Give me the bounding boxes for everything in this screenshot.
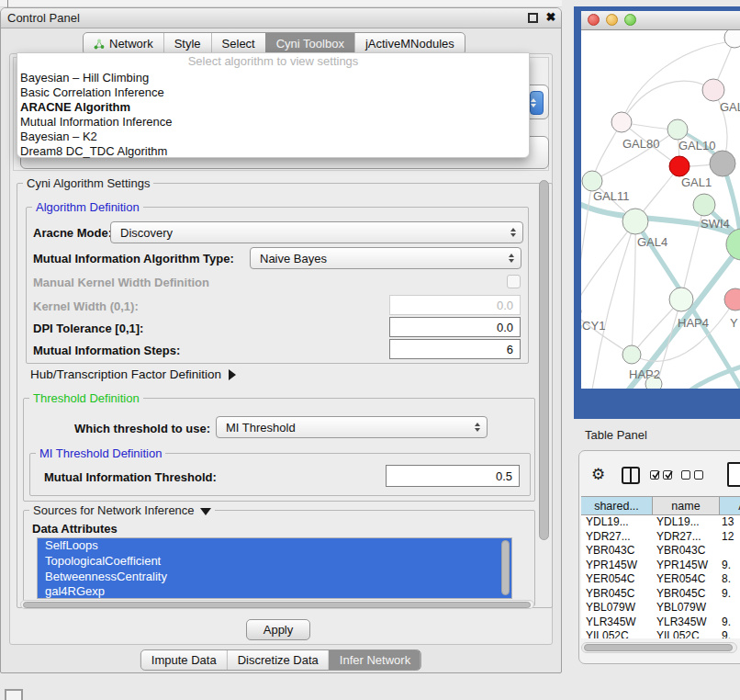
- tab-style[interactable]: Style: [163, 33, 211, 54]
- table-cell: 9.: [720, 629, 740, 638]
- zoom-window-icon[interactable]: [624, 14, 636, 26]
- network-node[interactable]: [622, 209, 648, 234]
- node-label: GCY1: [581, 319, 605, 333]
- tab-network[interactable]: Network: [84, 33, 163, 54]
- table-hscroll-thumb[interactable]: [584, 644, 733, 651]
- network-node[interactable]: [724, 288, 740, 310]
- network-node[interactable]: [667, 119, 688, 140]
- column-header[interactable]: shared...: [581, 497, 653, 514]
- table-row[interactable]: YLR345WYLR345W9.: [581, 615, 740, 630]
- sources-title-text: Sources for Network Inference: [33, 503, 195, 517]
- restore-panel-icon[interactable]: [5, 689, 23, 700]
- node-label: GAL1: [681, 175, 712, 189]
- algorithm-option[interactable]: Basic Correlation Inference: [17, 85, 529, 100]
- settings-hscroll-thumb[interactable]: [23, 602, 531, 608]
- table-row[interactable]: YPR145WYPR145W9.: [581, 559, 740, 573]
- network-node[interactable]: [582, 171, 602, 191]
- table-cell: YBR045C: [581, 587, 653, 602]
- tab-infer-network[interactable]: Infer Network: [329, 650, 420, 670]
- algorithm-option[interactable]: Mutual Information Inference: [17, 115, 529, 130]
- control-panel-title: Control Panel: [7, 11, 80, 25]
- minimize-window-icon[interactable]: [606, 14, 618, 26]
- table-cell: YBR043C: [581, 544, 653, 559]
- table-cell: YDL19...: [653, 515, 720, 530]
- apply-button[interactable]: Apply: [246, 619, 310, 640]
- attribute-item[interactable]: gal4RGexp: [38, 584, 511, 599]
- table-row[interactable]: YDR27...YDR27...12: [581, 530, 740, 545]
- tab-discretize-data[interactable]: Discretize Data: [227, 650, 329, 670]
- table-cell: [720, 601, 740, 615]
- table-row[interactable]: YDL19...YDL19...13: [581, 515, 740, 530]
- hub-definition-expander[interactable]: Hub/Transcription Factor Definition: [30, 367, 236, 381]
- collapse-arrow-icon: [200, 508, 211, 515]
- table-row[interactable]: YIL052CYIL052C9.: [581, 629, 740, 638]
- column-header[interactable]: A: [720, 497, 740, 514]
- tab-label: Network: [109, 37, 153, 51]
- table-cell: YBR043C: [653, 544, 720, 559]
- network-node[interactable]: [622, 345, 641, 364]
- control-panel-titlebar: [1, 8, 561, 28]
- kernel-width-label: Kernel Width (0,1):: [33, 299, 139, 313]
- attribute-item[interactable]: SelfLoops: [38, 538, 511, 554]
- mi-type-select[interactable]: Naive Bayes: [250, 247, 521, 269]
- attributes-vertical-scrollbar[interactable]: [501, 540, 510, 595]
- which-threshold-label: Which threshold to use:: [74, 422, 210, 435]
- algorithm-definition-title: Algorithm Definition: [32, 200, 143, 214]
- tab-label: Impute Data: [151, 653, 217, 667]
- column-layout-icon[interactable]: [622, 467, 640, 484]
- settings-vertical-scrollbar[interactable]: [539, 180, 549, 540]
- network-node[interactable]: [611, 112, 632, 132]
- network-node[interactable]: [669, 156, 690, 176]
- aracne-mode-value: Discovery: [120, 226, 173, 240]
- algorithm-option[interactable]: Bayesian – Hill Climbing: [17, 71, 529, 85]
- network-node[interactable]: [710, 151, 735, 176]
- algorithm-option[interactable]: Bayesian – K2: [17, 130, 529, 144]
- table-cell: 9.: [720, 615, 740, 630]
- column-header[interactable]: name: [653, 497, 720, 514]
- checked-checkbox-icon[interactable]: [650, 470, 659, 480]
- network-node[interactable]: [724, 30, 740, 48]
- unchecked-checkbox-icon[interactable]: [681, 470, 690, 480]
- table-cell: 13: [720, 515, 740, 530]
- node-label: Y: [730, 316, 738, 330]
- unchecked-checkbox-icon[interactable]: [694, 470, 703, 480]
- kernel-width-field: [389, 295, 521, 315]
- close-window-icon[interactable]: [588, 14, 600, 26]
- attribute-item[interactable]: TopologicalCoefficient: [38, 554, 511, 570]
- manual-kernel-checkbox: [507, 275, 521, 288]
- algorithm-option[interactable]: Dream8 DC_TDC Algorithm: [17, 144, 529, 159]
- which-threshold-select[interactable]: MI Threshold: [216, 416, 488, 438]
- tab-jactivemnodules[interactable]: jActiveMNodules: [354, 33, 465, 54]
- tab-impute-data[interactable]: Impute Data: [141, 650, 227, 670]
- network-node[interactable]: [702, 79, 724, 101]
- network-window-titlebar[interactable]: [581, 11, 740, 30]
- stepper-icon: [475, 423, 480, 432]
- table-rows: YDL19...YDL19...13YDR27...YDR27...12YBR0…: [581, 515, 740, 638]
- combobox-stepper-icon[interactable]: [530, 91, 544, 115]
- tab-cyni-toolbox[interactable]: Cyni Toolbox: [265, 33, 354, 54]
- attribute-item[interactable]: BetweennessCentrality: [38, 570, 511, 585]
- tab-select[interactable]: Select: [211, 33, 265, 54]
- gear-icon[interactable]: ⚙: [591, 465, 605, 484]
- algorithm-option[interactable]: ARACNE Algorithm: [17, 100, 529, 115]
- mi-steps-field[interactable]: [389, 339, 521, 359]
- table-row[interactable]: YBR045CYBR045C9.: [581, 587, 740, 602]
- expander-arrow-icon: [229, 369, 236, 380]
- aracne-mode-select[interactable]: Discovery: [110, 221, 523, 243]
- aracne-mode-label: Aracne Mode:: [33, 226, 112, 240]
- mi-threshold-field[interactable]: [386, 465, 520, 487]
- table-cell: YLR345W: [653, 615, 720, 630]
- close-panel-icon[interactable]: ✖: [544, 9, 558, 26]
- network-node[interactable]: [669, 288, 693, 311]
- table-row[interactable]: YER054CYER054C8.: [581, 572, 740, 587]
- network-canvas[interactable]: GALGAL80GAL10GAL1GAL11SWI4GAL4GCY1HAP4YH…: [581, 30, 740, 389]
- float-window-icon[interactable]: [528, 13, 538, 23]
- dpi-tolerance-field[interactable]: [389, 317, 521, 337]
- table-row[interactable]: YBL079WYBL079W: [581, 601, 740, 615]
- table-row[interactable]: YBR043CYBR043C: [581, 544, 740, 559]
- network-node[interactable]: [693, 194, 715, 216]
- table-cell: YER054C: [653, 572, 720, 587]
- checked-checkbox-icon[interactable]: [663, 470, 672, 480]
- sources-group-title[interactable]: Sources for Network Inference: [29, 503, 215, 517]
- document-icon[interactable]: [727, 462, 740, 487]
